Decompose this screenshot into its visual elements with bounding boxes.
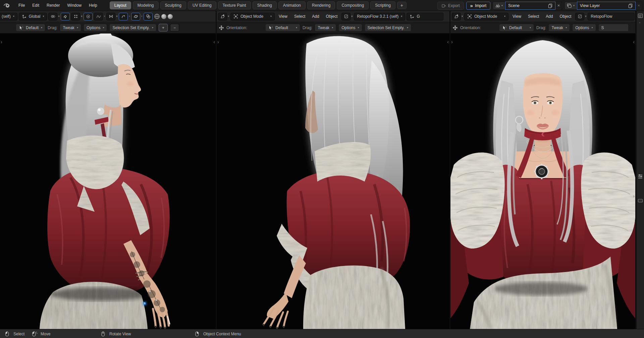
retopoflow-dropdown[interactable]: (self) ▾ [0,13,17,20]
view-layer-name-field[interactable]: View Layer [577,2,636,10]
menu-edit[interactable]: Edit [29,2,43,9]
region-arrow-right[interactable]: › [1,40,2,44]
active-tool-label: Default [509,25,522,30]
selection-set-add-button[interactable]: + [159,24,168,31]
active-tool-dropdown[interactable]: Default ▾ [16,24,45,31]
scene-browse-button[interactable]: ▾ [493,2,505,10]
tab-texture-paint[interactable]: Texture Paint [218,1,251,9]
chevron-down-icon: ▾ [13,15,14,18]
shading-material-icon[interactable] [168,14,173,19]
topbar-right: Export » Import ▾ Scene ✕ [437,0,642,11]
scene-unlink-button[interactable]: ✕ [555,2,562,10]
drag-mode-dropdown[interactable]: Tweak ▾ [315,24,336,31]
menu-render[interactable]: Render [43,2,63,9]
region-arrow-left[interactable]: ‹ [447,40,449,44]
viewport-right-canvas[interactable]: › ‹ › [450,33,635,329]
overlays-toggle[interactable] [144,13,153,20]
outliner-editor-icon[interactable] [638,13,643,19]
menu-object[interactable]: Object [557,14,574,19]
active-tool-dropdown[interactable]: Default ▾ [265,24,300,31]
new-scene-icon[interactable] [548,3,552,8]
shading-solid-icon[interactable] [161,14,166,19]
export-button[interactable]: Export [437,2,464,10]
panel-tab-icon[interactable] [638,199,643,204]
tab-scripting[interactable]: Scripting [370,1,395,9]
options-dropdown[interactable]: Options ▾ [572,24,596,31]
blender-logo-icon[interactable] [3,2,11,9]
tool-fallback-dropdown[interactable]: ▾ [575,13,586,20]
options-dropdown[interactable]: Options ▾ [84,24,107,31]
transform-orientation-dropdown[interactable]: Global ▾ [19,13,47,20]
selection-set-remove-button[interactable]: − [170,24,179,31]
view-layer-remove-button[interactable]: ✕ [636,2,642,10]
menu-file[interactable]: File [15,2,29,9]
transform-orientation-dropdown[interactable]: G [407,13,443,20]
new-view-layer-icon[interactable] [628,3,633,8]
region-arrow-left[interactable]: ‹ [213,40,215,44]
snap-rotate-dropdown[interactable]: ▾ [119,13,130,20]
options-dropdown[interactable]: Options ▾ [338,24,362,31]
tab-sculpting[interactable]: Sculpting [160,1,186,9]
editor-type-dropdown[interactable]: ▾ [218,13,229,20]
snap-target-dropdown[interactable]: ▾ [71,13,82,20]
tab-rendering[interactable]: Rendering [307,1,335,9]
selection-set-dropdown[interactable]: Selection Set Empty. ▾ [365,24,412,31]
orbit-gizmo-dropdown[interactable]: ▾ [131,13,142,20]
pivot-point-dropdown[interactable]: ▾ [48,13,59,20]
menu-add[interactable]: Add [309,14,322,19]
tab-uv-editing[interactable]: UV Editing [188,1,216,9]
menu-add[interactable]: Add [543,14,555,19]
proportional-editing-toggle[interactable] [84,13,93,20]
active-tool-label: Default [275,25,288,30]
menu-select[interactable]: Select [525,14,542,19]
properties-editor-icon[interactable] [638,174,643,180]
mode-dropdown[interactable]: Object Mode ▾ [230,13,275,20]
selection-set-dropdown[interactable]: Selection Set Empty. ▾ [109,24,156,31]
tab-modeling[interactable]: Modeling [133,1,159,9]
drag-mode-dropdown[interactable]: Tweak ▾ [548,24,570,31]
selection-set-dropdown[interactable]: S [598,24,629,31]
active-tool-dropdown[interactable]: Default ▾ [499,24,534,31]
tab-layout[interactable]: Layout [110,1,131,9]
drag-mode-dropdown[interactable]: Tweak ▾ [60,24,81,31]
region-arrow-right[interactable]: › [451,40,453,44]
tool-fallback-dropdown[interactable]: ▾ [341,13,353,20]
mode-dropdown[interactable]: Object Mode ▾ [464,13,508,20]
region-arrow-right-mid[interactable]: › [633,194,635,198]
menubar: File Edit Render Window Help [15,2,101,9]
menu-view[interactable]: View [276,14,290,19]
menu-help[interactable]: Help [85,2,101,9]
chevron-down-icon: ▾ [270,15,272,18]
viewport-left-canvas[interactable]: › ‹ [0,33,216,329]
chevron-down-icon: ▾ [141,15,142,18]
chevron-down-icon[interactable]: ⌄ [639,21,641,24]
chevron-down-icon: ▾ [566,26,567,29]
falloff-dropdown[interactable]: ▾ [94,13,105,20]
scene-name-field[interactable]: Scene [505,2,555,10]
export-label: Export [448,3,460,8]
tab-shading[interactable]: Shading [253,1,277,9]
region-arrow-left[interactable]: ‹ [633,40,635,44]
scene-icon [495,3,500,8]
menu-window[interactable]: Window [63,2,85,9]
viewport-middle-canvas[interactable]: › ‹ [217,33,449,329]
menu-view[interactable]: View [510,14,524,19]
orientation-label: Orientation: [460,25,481,30]
menu-select[interactable]: Select [291,14,308,19]
workspace: (self) ▾ Global ▾ ▾ ▾ [0,11,644,329]
tab-compositing[interactable]: Compositing [337,1,369,9]
add-workspace-button[interactable]: + [397,2,407,9]
region-arrow-right[interactable]: › [217,40,219,44]
snap-toggle[interactable] [61,13,70,20]
import-button[interactable]: » Import [466,2,490,10]
chevron-down-icon: ▾ [41,26,42,29]
menu-object[interactable]: Object [323,14,340,19]
tab-animation[interactable]: Animation [278,1,306,9]
options-label: Options [341,25,355,30]
shading-wireframe-icon[interactable] [154,13,160,19]
view-layer-browse-button[interactable]: ▾ [565,2,577,10]
retopoflow-dropdown[interactable]: RetopoFlow 3.2.1 (self) ▾ [354,13,405,20]
mirror-dropdown[interactable]: ▾ [106,13,117,20]
editor-type-dropdown[interactable]: ▾ [452,13,463,20]
retopoflow-dropdown[interactable]: RetopoFlow [588,13,635,20]
